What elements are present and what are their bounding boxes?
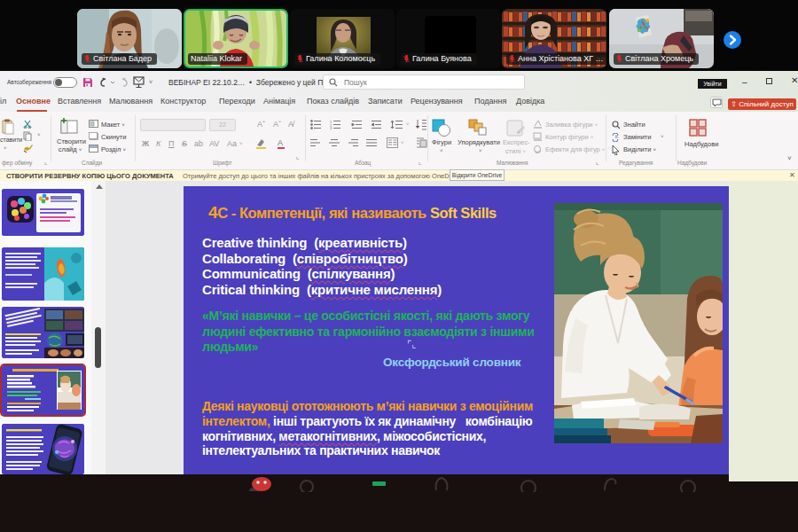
svg-text:3: 3 [330, 126, 332, 129]
svg-text:b: b [615, 134, 618, 139]
